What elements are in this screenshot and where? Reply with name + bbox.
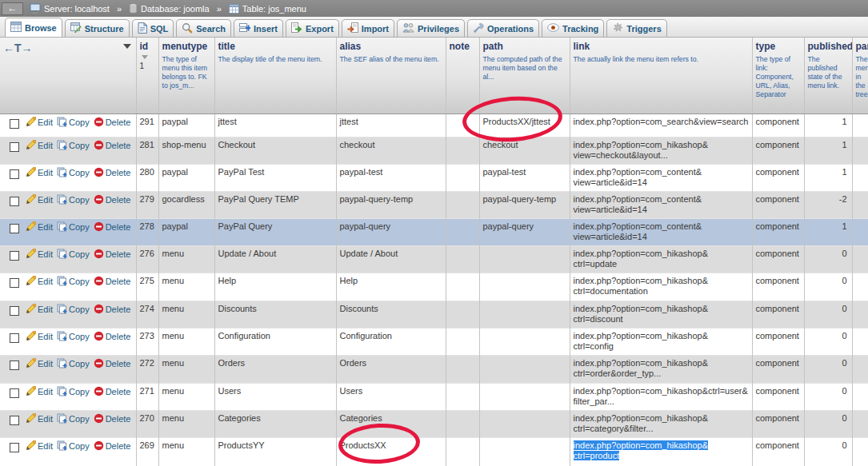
- row-checkbox[interactable]: [10, 224, 19, 233]
- back-button[interactable]: ←: [2, 2, 23, 15]
- copy-action[interactable]: Copy: [57, 117, 90, 129]
- edit-action[interactable]: Edit: [26, 440, 53, 453]
- copy-action[interactable]: Copy: [57, 249, 90, 261]
- sql-icon: [138, 22, 147, 35]
- cell-parent: [852, 218, 868, 245]
- edit-action[interactable]: Edit: [26, 276, 53, 289]
- column-header-link[interactable]: link The actually link the menu item ref…: [570, 38, 752, 114]
- cell-path: [479, 328, 570, 355]
- tab-browse[interactable]: Browse: [5, 18, 62, 37]
- delete-action[interactable]: Delete: [94, 140, 131, 153]
- row-checkbox[interactable]: [10, 169, 19, 179]
- copy-action[interactable]: Copy: [57, 358, 90, 371]
- row-checkbox[interactable]: [10, 416, 19, 425]
- row-checkbox[interactable]: [10, 278, 19, 288]
- delete-icon: [94, 194, 104, 207]
- copy-action[interactable]: Copy: [57, 331, 90, 344]
- row-checkbox[interactable]: [10, 119, 19, 129]
- copy-action[interactable]: Copy: [57, 221, 90, 234]
- column-comment: The menu in the tree.: [856, 55, 865, 99]
- delete-icon: [94, 331, 104, 344]
- copy-action[interactable]: Copy: [57, 167, 90, 180]
- cell-type: component: [752, 383, 804, 410]
- delete-action[interactable]: Delete: [94, 167, 131, 180]
- copy-action[interactable]: Copy: [57, 304, 90, 317]
- tab-triggers[interactable]: Triggers: [606, 19, 666, 37]
- edit-action[interactable]: Edit: [26, 221, 53, 234]
- tab-privileges[interactable]: Privileges: [397, 19, 465, 37]
- row-checkbox[interactable]: [10, 251, 19, 261]
- row-checkbox[interactable]: [10, 388, 19, 398]
- edit-action[interactable]: Edit: [26, 117, 53, 129]
- cell-link: index.php?option=com_content& view=artic…: [570, 191, 752, 218]
- delete-icon: [94, 249, 104, 261]
- edit-action[interactable]: Edit: [26, 249, 53, 261]
- breadcrumb-server[interactable]: Server: localhost: [44, 4, 110, 14]
- cell-published: 0: [804, 301, 852, 328]
- tab-label: Import: [362, 24, 389, 34]
- delete-action[interactable]: Delete: [94, 249, 131, 261]
- copy-action[interactable]: Copy: [57, 386, 90, 399]
- table-row: EditCopyDelete 272 menu Orders Orders in…: [0, 355, 868, 383]
- column-header-note[interactable]: note: [446, 38, 479, 114]
- edit-action[interactable]: Edit: [26, 413, 53, 426]
- row-checkbox[interactable]: [10, 142, 19, 152]
- copy-action[interactable]: Copy: [57, 276, 90, 289]
- row-checkbox[interactable]: [10, 197, 19, 206]
- tab-label: Insert: [254, 24, 278, 34]
- delete-action[interactable]: Delete: [94, 221, 131, 234]
- options-header[interactable]: ←T→: [0, 38, 136, 114]
- tab-export[interactable]: Export: [286, 19, 339, 37]
- row-checkbox[interactable]: [10, 306, 19, 316]
- cell-title: Update / About: [214, 245, 336, 273]
- cell-id: 280: [136, 164, 158, 191]
- column-comment: The actually link the menu item refers t…: [574, 55, 749, 64]
- tab-insert[interactable]: Insert: [234, 19, 283, 37]
- copy-action[interactable]: Copy: [57, 140, 90, 153]
- edit-action[interactable]: Edit: [26, 386, 53, 399]
- delete-action[interactable]: Delete: [94, 276, 131, 289]
- options-dropdown-icon[interactable]: [123, 44, 131, 49]
- row-checkbox[interactable]: [10, 360, 19, 370]
- tab-import[interactable]: Import: [342, 19, 394, 37]
- column-header-id[interactable]: id 1: [136, 38, 158, 114]
- copy-icon: [57, 140, 67, 153]
- delete-action[interactable]: Delete: [94, 358, 131, 371]
- row-actions-cell: EditCopyDelete: [0, 245, 136, 273]
- column-header-parent[interactable]: parent The menu in the tree.: [852, 38, 868, 114]
- tab-sql[interactable]: SQL: [132, 19, 174, 37]
- delete-action[interactable]: Delete: [94, 194, 131, 207]
- column-header-alias[interactable]: alias The SEF alias of the menu item.: [336, 38, 446, 114]
- delete-action[interactable]: Delete: [94, 331, 131, 344]
- delete-action[interactable]: Delete: [94, 386, 131, 399]
- edit-action[interactable]: Edit: [26, 304, 53, 317]
- edit-action[interactable]: Edit: [26, 140, 53, 153]
- row-checkbox[interactable]: [10, 443, 19, 452]
- edit-action[interactable]: Edit: [26, 194, 53, 207]
- delete-action[interactable]: Delete: [94, 304, 131, 317]
- column-header-published[interactable]: published The published state of the men…: [804, 38, 852, 114]
- delete-action[interactable]: Delete: [94, 413, 131, 426]
- column-header-title[interactable]: title The display title of the menu item…: [214, 38, 336, 114]
- cell-parent: [852, 137, 868, 164]
- column-header-menutype[interactable]: menutype The type of menu this item belo…: [158, 38, 214, 114]
- tab-operations[interactable]: Operations: [467, 19, 539, 37]
- copy-action[interactable]: Copy: [57, 194, 90, 207]
- tab-tracking[interactable]: Tracking: [542, 19, 604, 37]
- row-checkbox[interactable]: [10, 333, 19, 343]
- delete-action[interactable]: Delete: [94, 117, 131, 129]
- cell-note: [446, 273, 479, 301]
- tab-structure[interactable]: Structure: [65, 19, 130, 37]
- breadcrumb-database[interactable]: Database: joomla: [141, 4, 210, 14]
- tab-search[interactable]: Search: [176, 19, 231, 37]
- edit-action[interactable]: Edit: [26, 358, 53, 371]
- copy-action[interactable]: Copy: [57, 440, 90, 453]
- copy-action[interactable]: Copy: [57, 413, 90, 426]
- breadcrumb-table[interactable]: Table: jos_menu: [242, 4, 306, 14]
- edit-action[interactable]: Edit: [26, 167, 53, 180]
- edit-action[interactable]: Edit: [26, 331, 53, 344]
- column-header-type[interactable]: type The type of link: Component, URL, A…: [752, 38, 804, 114]
- cell-id: 275: [136, 273, 158, 301]
- delete-action[interactable]: Delete: [94, 440, 131, 453]
- cell-alias: Configuration: [336, 328, 446, 355]
